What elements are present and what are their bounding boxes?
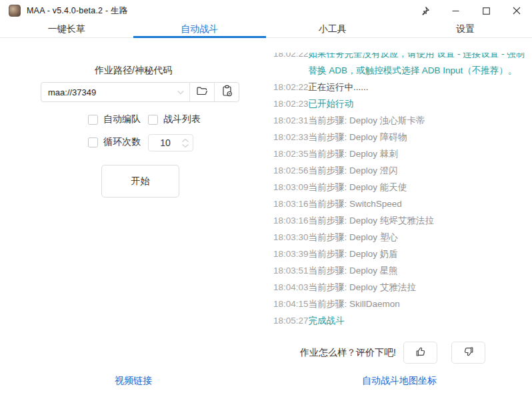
start-button[interactable]: 开始	[101, 165, 179, 197]
loop-checkbox[interactable]	[88, 137, 98, 147]
tab-label: 一键长草	[48, 23, 85, 35]
paste-clipboard-button[interactable]	[215, 83, 239, 101]
log-panel: 18:02:22 如果任务完全没有反应，请使用 设置 - 连接设置 - 强制替换…	[267, 39, 532, 399]
log-timestamp: 18:02:33	[273, 129, 309, 145]
tabbar: 一键长草 自动战斗 小工具 设置	[0, 21, 532, 38]
thumbs-up-icon	[415, 346, 427, 360]
log-message: 已开始行动	[309, 95, 532, 112]
log-message: 当前步骤: Deploy 艾雅法拉	[309, 279, 532, 296]
video-link[interactable]: 视频链接	[115, 375, 152, 386]
log-timestamp: 18:03:16	[273, 212, 309, 229]
log-entry: 18:02:31 当前步骤: Deploy 浊心斯卡蒂	[267, 112, 532, 129]
path-combobox[interactable]: maa://37349	[41, 82, 239, 102]
log-timestamp: 18:04:15	[273, 296, 309, 312]
loop-label: 循环次数	[103, 136, 141, 148]
log-timestamp: 18:02:23	[273, 95, 309, 112]
auto-squad-checkbox[interactable]	[88, 115, 98, 125]
log-timestamp: 18:04:03	[273, 279, 309, 296]
tab-label: 自动战斗	[181, 23, 218, 35]
log-entry: 18:03:51 当前步骤: Deploy 星熊	[267, 262, 532, 279]
log-timestamp: 18:03:30	[273, 229, 309, 246]
battle-list-checkbox-group[interactable]: 战斗列表	[148, 113, 201, 125]
log-entry: 18:02:22 如果任务完全没有反应，请使用 设置 - 连接设置 - 强制替换…	[267, 53, 532, 79]
auto-squad-checkbox-group[interactable]: 自动编队	[88, 113, 141, 125]
log-timestamp: 18:03:39	[273, 246, 309, 262]
log-timestamp: 18:02:56	[273, 162, 309, 179]
battle-list-checkbox[interactable]	[148, 115, 158, 125]
auto-squad-label: 自动编队	[103, 113, 141, 125]
log-timestamp: 18:05:27	[273, 312, 309, 329]
log-message: 正在运行中......	[309, 79, 532, 95]
window-title: MAA - v5.4.0-beta.2 - 生路	[27, 5, 127, 17]
log-timestamp: 18:02:22	[273, 79, 309, 95]
video-link-row: 视频链接	[0, 374, 267, 387]
log-entry: 18:02:56 当前步骤: Deploy 澄闪	[267, 162, 532, 179]
path-label: 作业路径/神秘代码	[0, 65, 267, 77]
log-message: 当前步骤: SkillDaemon	[309, 296, 532, 312]
path-input[interactable]: maa://37349	[41, 83, 172, 101]
pin-icon	[420, 6, 430, 16]
log-message: 当前步骤: Deploy 纯烬艾雅法拉	[309, 212, 532, 229]
log-timestamp: 18:02:31	[273, 112, 309, 129]
close-button[interactable]	[501, 0, 532, 21]
chevron-down-icon[interactable]	[172, 83, 189, 101]
content: 作业路径/神秘代码 maa://37349	[0, 39, 532, 399]
rating-prompt: 作业怎么样？评价下吧!	[300, 342, 396, 364]
log-entry: 18:03:16 当前步骤: Deploy 纯烬艾雅法拉	[267, 212, 532, 229]
log-entry: 18:02:35 当前步骤: Deploy 棘刺	[267, 145, 532, 162]
minimize-button[interactable]	[440, 0, 471, 21]
loop-checkbox-group[interactable]: 循环次数	[88, 136, 141, 148]
maa-window: MAA - v5.4.0-beta.2 - 生路	[0, 0, 532, 399]
window-controls	[409, 0, 532, 21]
maximize-button[interactable]	[471, 0, 501, 21]
log-timestamp: 18:02:22	[273, 53, 309, 79]
log-message: 当前步骤: Deploy 星熊	[309, 262, 532, 279]
log-message: 当前步骤: Deploy 澄闪	[309, 162, 532, 179]
copilot-panel: 作业路径/神秘代码 maa://37349	[0, 39, 267, 399]
thumbs-down-icon	[463, 346, 475, 360]
tab-自动战斗[interactable]: 自动战斗	[133, 21, 267, 37]
log-entry: 18:02:33 当前步骤: Deploy 障碍物	[267, 129, 532, 145]
tab-设置[interactable]: 设置	[399, 21, 532, 37]
log-message: 如果任务完全没有反应，请使用 设置 - 连接设置 - 强制替换 ADB，或触控模…	[309, 53, 532, 79]
log-message: 当前步骤: Deploy 浊心斯卡蒂	[309, 112, 532, 129]
log-entry: 18:03:09 当前步骤: Deploy 能天使	[267, 179, 532, 195]
log-entry: 18:03:39 当前步骤: Deploy 奶盾	[267, 246, 532, 262]
tab-小工具[interactable]: 小工具	[266, 21, 399, 37]
close-icon	[513, 7, 521, 15]
log-timestamp: 18:03:09	[273, 179, 309, 195]
log-message: 当前步骤: Deploy 障碍物	[309, 129, 532, 145]
log-entry: 18:03:30 当前步骤: Deploy 塑心	[267, 229, 532, 246]
stepper-arrows-icon[interactable]	[178, 138, 193, 148]
loop-count-value[interactable]: 10	[149, 137, 178, 148]
log-timestamp: 18:03:51	[273, 262, 309, 279]
maximize-icon	[483, 7, 490, 15]
clipboard-import-icon	[221, 85, 233, 99]
log-message: 当前步骤: Deploy 能天使	[309, 179, 532, 195]
log-entry: 18:02:22 正在运行中......	[267, 79, 532, 95]
log-message: 当前步骤: Deploy 奶盾	[309, 246, 532, 262]
tab-一键长草[interactable]: 一键长草	[0, 21, 133, 37]
log-message: 当前步骤: Deploy 棘刺	[309, 145, 532, 162]
log-entry: 18:05:27 完成战斗	[267, 312, 532, 329]
tab-label: 小工具	[319, 23, 347, 35]
pin-button[interactable]	[409, 0, 440, 21]
titlebar: MAA - v5.4.0-beta.2 - 生路	[0, 0, 532, 21]
minimize-icon	[452, 7, 459, 15]
log-message: 完成战斗	[309, 312, 532, 329]
map-link[interactable]: 自动战斗地图坐标	[362, 375, 437, 386]
map-link-row: 自动战斗地图坐标	[267, 374, 532, 387]
log-entry: 18:02:23 已开始行动	[267, 95, 532, 112]
tab-label: 设置	[456, 23, 475, 35]
thumbs-down-button[interactable]	[451, 342, 485, 364]
thumbs-up-button[interactable]	[403, 342, 437, 364]
log-message: 当前步骤: SwitchSpeed	[309, 195, 532, 212]
log-timestamp: 18:02:35	[273, 145, 309, 162]
loop-count-stepper[interactable]: 10	[148, 134, 193, 151]
battle-list-label: 战斗列表	[163, 113, 201, 125]
log-timestamp: 18:03:16	[273, 195, 309, 212]
log-entry: 18:04:15 当前步骤: SkillDaemon	[267, 296, 532, 312]
open-file-button[interactable]	[190, 83, 214, 101]
log-entry: 18:04:03 当前步骤: Deploy 艾雅法拉	[267, 279, 532, 296]
app-icon	[9, 5, 21, 17]
